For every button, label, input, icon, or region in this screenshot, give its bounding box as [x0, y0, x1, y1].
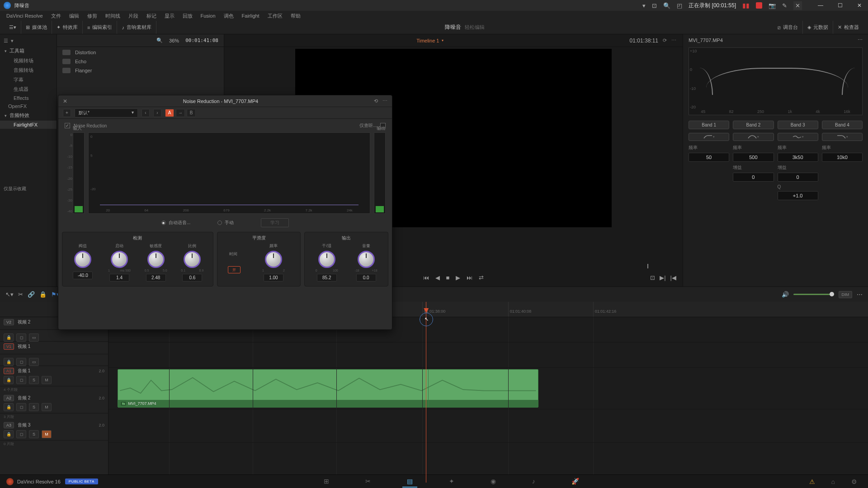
- nr-close-button[interactable]: ✕: [63, 98, 67, 104]
- eq-graph[interactable]: +100-10-20 45822501k4k16k: [689, 47, 863, 115]
- level-knob[interactable]: [358, 251, 375, 268]
- media-page-icon[interactable]: ⊞: [319, 476, 334, 488]
- favorites-only-toggle[interactable]: 仅显示收藏: [0, 183, 57, 195]
- sidebar-fairlightfx[interactable]: FairlightFX: [0, 121, 57, 129]
- nr-spectrum-graph[interactable]: 05-20 20642066792.2k7.2k24k: [88, 132, 370, 214]
- v2-badge[interactable]: V2: [4, 319, 14, 325]
- lock-icon[interactable]: 🔒: [39, 291, 47, 298]
- record-icon[interactable]: [756, 2, 762, 9]
- panel-dropdown-icon[interactable]: ▾: [11, 38, 14, 44]
- a1-mute-button[interactable]: M: [42, 376, 52, 384]
- a3-solo-button[interactable]: S: [29, 430, 39, 438]
- nr-learn-button[interactable]: 学习: [261, 218, 289, 227]
- v1-enable-button[interactable]: ◻: [16, 358, 26, 366]
- drywet-knob[interactable]: [318, 251, 335, 268]
- ratio-knob[interactable]: [184, 251, 201, 268]
- a2-mute-button[interactable]: M: [42, 403, 52, 411]
- menu-view[interactable]: 显示: [161, 12, 178, 20]
- speaker-icon[interactable]: 🔊: [782, 291, 789, 298]
- band-3-button[interactable]: Band 3: [778, 121, 818, 129]
- menu-fusion[interactable]: Fusion: [197, 12, 219, 19]
- play-button[interactable]: ▶: [456, 274, 460, 281]
- nr-a-button[interactable]: A: [165, 109, 174, 117]
- metadata-button[interactable]: ◈元数据: [807, 24, 828, 31]
- stop-button[interactable]: ■: [446, 274, 450, 281]
- band-2-button[interactable]: Band 2: [733, 121, 774, 129]
- sidebar-titles[interactable]: 字幕: [0, 75, 57, 84]
- nr-swap-button[interactable]: →: [176, 109, 185, 117]
- search-effects-icon[interactable]: 🔍: [156, 38, 163, 43]
- menu-playback[interactable]: 回放: [179, 12, 196, 20]
- band3-gain-input[interactable]: 0: [778, 173, 818, 182]
- crop-icon[interactable]: ◰: [677, 2, 682, 9]
- nr-add-preset-button[interactable]: +: [63, 109, 71, 117]
- a3-enable-button[interactable]: ◻: [16, 430, 26, 438]
- link-tool-icon[interactable]: 🔗: [28, 291, 35, 298]
- band-4-shape[interactable]: ▾: [822, 133, 863, 141]
- fx-item-flanger[interactable]: Flanger: [57, 66, 224, 75]
- edit-index-button[interactable]: ≡编辑索引: [87, 24, 112, 31]
- nr-next-preset-button[interactable]: ›: [153, 109, 161, 117]
- close-panel-icon[interactable]: ✕: [793, 1, 802, 10]
- band-1-button[interactable]: Band 1: [689, 121, 729, 129]
- a3-mute-button[interactable]: M: [42, 430, 52, 438]
- playhead[interactable]: ↖: [426, 302, 426, 483]
- effects-library-button[interactable]: ✦特效库: [57, 24, 78, 31]
- color-page-icon[interactable]: ◉: [486, 476, 500, 488]
- band2-freq-input[interactable]: 500: [733, 153, 774, 162]
- deliver-page-icon[interactable]: 🚀: [567, 476, 584, 488]
- loop-icon[interactable]: ⟳: [663, 38, 667, 43]
- menu-timeline[interactable]: 时间线: [102, 12, 124, 20]
- band2-gain-input[interactable]: 0: [733, 173, 774, 182]
- sidebar-openfx[interactable]: OpenFX: [0, 102, 57, 110]
- threshold-knob[interactable]: [74, 251, 91, 268]
- v2-lock-button[interactable]: 🔒: [4, 333, 14, 342]
- fusion-page-icon[interactable]: ✦: [444, 476, 459, 488]
- band4-freq-input[interactable]: 10k0: [822, 153, 863, 162]
- band-2-shape[interactable]: ▾: [733, 133, 774, 141]
- cut-page-icon[interactable]: ✂: [361, 476, 375, 488]
- maximize-button[interactable]: ☐: [835, 1, 845, 9]
- audio-fx-header[interactable]: ▾音频特效: [0, 110, 57, 121]
- band-1-shape[interactable]: ▾: [689, 133, 729, 141]
- zoom-percent[interactable]: 36%: [169, 38, 179, 43]
- band3-freq-input[interactable]: 3k50: [778, 153, 818, 162]
- fairlight-page-icon[interactable]: ♪: [528, 476, 540, 488]
- minimize-button[interactable]: —: [815, 1, 826, 9]
- band1-freq-input[interactable]: 50: [689, 153, 729, 162]
- audio-clip[interactable]: fx MVI_7707.MP4: [118, 369, 538, 408]
- menu-trim[interactable]: 修剪: [84, 12, 101, 20]
- nr-enable-checkbox[interactable]: ✓: [65, 123, 70, 128]
- nr-prev-preset-button[interactable]: ‹: [142, 109, 150, 117]
- v2-view-button[interactable]: ▭: [29, 333, 39, 342]
- nr-auto-mode-radio[interactable]: 自动语音...: [161, 218, 190, 227]
- rate-value[interactable]: 1.00: [264, 274, 283, 282]
- settings-icon[interactable]: ⚙: [847, 476, 862, 487]
- search-icon[interactable]: 🔍: [663, 2, 670, 9]
- ellipsis-icon[interactable]: ⋯: [671, 38, 676, 43]
- v1-view-button[interactable]: ▭: [29, 358, 39, 366]
- home-icon[interactable]: ⌂: [827, 476, 840, 487]
- timeline-name-dropdown[interactable]: Timeline 1▾: [416, 38, 443, 43]
- picker-icon[interactable]: ⊡: [652, 2, 657, 9]
- sound-library-button[interactable]: ♪音响素材库: [122, 24, 151, 31]
- v2-enable-button[interactable]: ◻: [16, 333, 26, 342]
- nr-menu-icon[interactable]: ⋯: [382, 98, 387, 104]
- warning-icon[interactable]: ⚠: [805, 476, 820, 487]
- a1-badge[interactable]: A1: [4, 368, 14, 374]
- menu-file[interactable]: 文件: [47, 12, 65, 20]
- mixer-button[interactable]: ⎚调音台: [778, 24, 798, 31]
- edit-page-icon[interactable]: ▤: [402, 476, 417, 488]
- play-reverse-button[interactable]: ◀: [435, 274, 440, 281]
- nr-b-button[interactable]: B: [187, 109, 196, 117]
- blade-tool-icon[interactable]: ✂: [18, 291, 23, 298]
- last-frame-button[interactable]: ⏭: [467, 274, 472, 281]
- close-button[interactable]: ✕: [854, 1, 864, 9]
- rate-knob[interactable]: [265, 251, 282, 268]
- prev-edit-icon[interactable]: |◀: [670, 274, 676, 281]
- a1-enable-button[interactable]: ◻: [16, 376, 26, 384]
- camera-icon[interactable]: 📷: [769, 2, 776, 9]
- drywet-value[interactable]: 85.2: [317, 274, 337, 282]
- a1-lock-button[interactable]: 🔒: [4, 376, 14, 384]
- band-4-button[interactable]: Band 4: [822, 121, 863, 129]
